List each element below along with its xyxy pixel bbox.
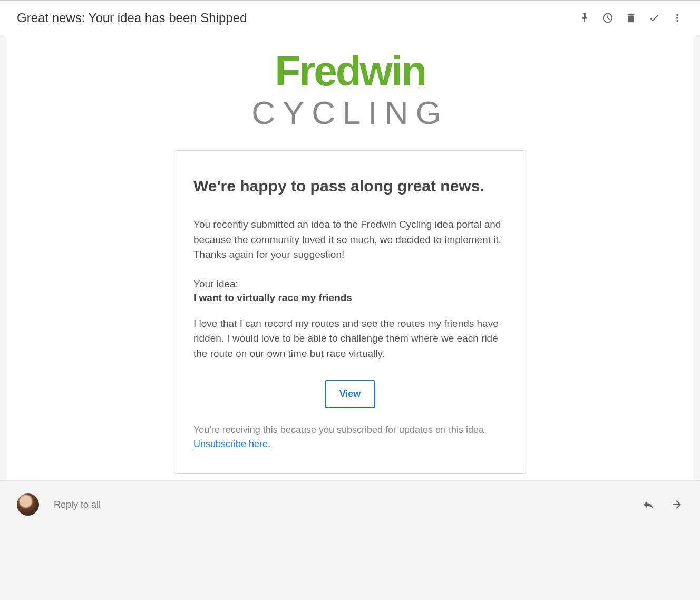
more-vert-icon[interactable] (672, 12, 683, 24)
idea-label: Your idea: (193, 278, 507, 290)
reply-bar: Reply to all (0, 480, 700, 528)
avatar (17, 493, 39, 516)
reply-icon[interactable] (642, 498, 655, 511)
trash-icon[interactable] (625, 12, 637, 24)
header-actions (579, 12, 683, 24)
view-button[interactable]: View (325, 380, 376, 408)
card-heading: We're happy to pass along great news. (193, 177, 507, 195)
email-body: Fredwin CYCLING We're happy to pass alon… (6, 35, 694, 480)
logo-brand: Fredwin (6, 50, 694, 92)
footer-prefix: You're receiving this because you subscr… (193, 424, 487, 435)
unsubscribe-link[interactable]: Unsubscribe here. (193, 439, 270, 449)
footer-text: You're receiving this because you subscr… (193, 423, 507, 451)
logo: Fredwin CYCLING (6, 35, 694, 150)
pin-icon[interactable] (579, 12, 590, 24)
card-intro: You recently submitted an idea to the Fr… (193, 217, 507, 263)
idea-title: I want to virtually race my friends (193, 292, 507, 304)
checkmark-icon[interactable] (648, 12, 660, 24)
clock-icon[interactable] (602, 12, 614, 24)
logo-sub: CYCLING (6, 96, 694, 129)
reply-placeholder[interactable]: Reply to all (54, 499, 101, 510)
forward-icon[interactable] (670, 498, 683, 511)
idea-description: I love that I can record my routes and s… (193, 316, 507, 362)
email-subject: Great news: Your idea has been Shipped (17, 11, 247, 25)
message-card: We're happy to pass along great news. Yo… (173, 150, 527, 474)
email-header: Great news: Your idea has been Shipped (0, 1, 700, 35)
